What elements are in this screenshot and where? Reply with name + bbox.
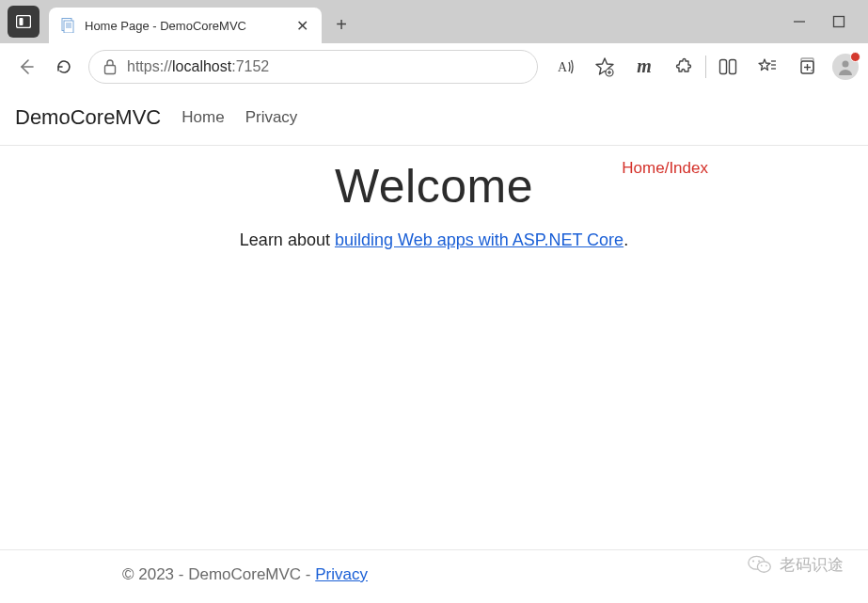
site-navbar: DemoCoreMVC Home Privacy <box>0 89 868 146</box>
watermark: 老码识途 <box>748 552 844 577</box>
footer-privacy-link[interactable]: Privacy <box>315 565 368 583</box>
url-scheme: https:// <box>127 58 172 74</box>
svg-point-28 <box>761 564 763 566</box>
extensions-button[interactable] <box>664 50 703 84</box>
svg-point-26 <box>752 560 754 562</box>
svg-rect-10 <box>105 65 116 73</box>
new-tab-button[interactable]: + <box>325 8 357 40</box>
svg-rect-8 <box>834 17 844 27</box>
svg-text:A: A <box>558 60 568 74</box>
svg-rect-1 <box>20 18 24 25</box>
toolbar-divider <box>705 56 706 78</box>
page-favicon <box>60 18 75 33</box>
wechat-icon <box>748 552 772 577</box>
nav-link-privacy[interactable]: Privacy <box>245 108 298 127</box>
window-controls <box>793 0 868 43</box>
lead-prefix: Learn about <box>240 230 335 249</box>
refresh-button[interactable] <box>47 50 81 84</box>
svg-point-25 <box>757 562 770 572</box>
tab-bar: Home Page - DemoCoreMVC ✕ + <box>0 0 868 43</box>
favorites-list-button[interactable] <box>748 50 787 84</box>
url-port: :7152 <box>231 58 269 74</box>
maximize-button[interactable] <box>832 15 845 28</box>
page-viewport: DemoCoreMVC Home Privacy Home/Index Welc… <box>0 89 868 603</box>
close-tab-button[interactable]: ✕ <box>293 17 310 35</box>
browser-tab[interactable]: Home Page - DemoCoreMVC ✕ <box>49 8 322 43</box>
svg-point-23 <box>843 60 849 67</box>
watermark-text: 老码识途 <box>780 554 844 576</box>
read-aloud-button[interactable]: A <box>545 50 585 84</box>
m-icon: m <box>637 56 652 77</box>
page-content: Home/Index Welcome Learn about building … <box>0 146 868 549</box>
minimize-button[interactable] <box>793 15 806 28</box>
svg-point-27 <box>758 560 760 562</box>
svg-point-29 <box>765 564 767 566</box>
nav-link-home[interactable]: Home <box>181 108 224 127</box>
browser-chrome: Home Page - DemoCoreMVC ✕ + https://loca… <box>0 0 868 89</box>
route-annotation: Home/Index <box>622 159 708 178</box>
m-brand-button[interactable]: m <box>624 50 664 84</box>
split-screen-button[interactable] <box>708 50 748 84</box>
svg-rect-0 <box>17 16 31 28</box>
url-input[interactable]: https://localhost:7152 <box>88 50 538 84</box>
profile-avatar[interactable] <box>832 54 859 80</box>
lock-icon <box>103 58 118 75</box>
tab-title: Home Page - DemoCoreMVC <box>85 19 284 33</box>
aspnet-link[interactable]: building Web apps with ASP.NET Core <box>335 230 623 249</box>
address-bar: https://localhost:7152 A m <box>0 43 868 89</box>
brand-link[interactable]: DemoCoreMVC <box>15 105 161 130</box>
tab-actions-button[interactable] <box>8 6 39 38</box>
footer-copyright: © 2023 - DemoCoreMVC - <box>122 565 315 583</box>
url-text: https://localhost:7152 <box>127 58 269 75</box>
collections-button[interactable] <box>787 50 827 84</box>
svg-rect-15 <box>720 59 727 73</box>
favorite-button[interactable] <box>585 50 624 84</box>
page-lead: Learn about building Web apps with ASP.N… <box>0 230 868 250</box>
back-button[interactable] <box>9 50 43 84</box>
page-heading: Welcome <box>0 159 868 214</box>
svg-rect-16 <box>730 59 736 73</box>
url-host: localhost <box>172 58 231 74</box>
page-footer: © 2023 - DemoCoreMVC - Privacy <box>0 549 868 603</box>
lead-suffix: . <box>623 230 628 249</box>
